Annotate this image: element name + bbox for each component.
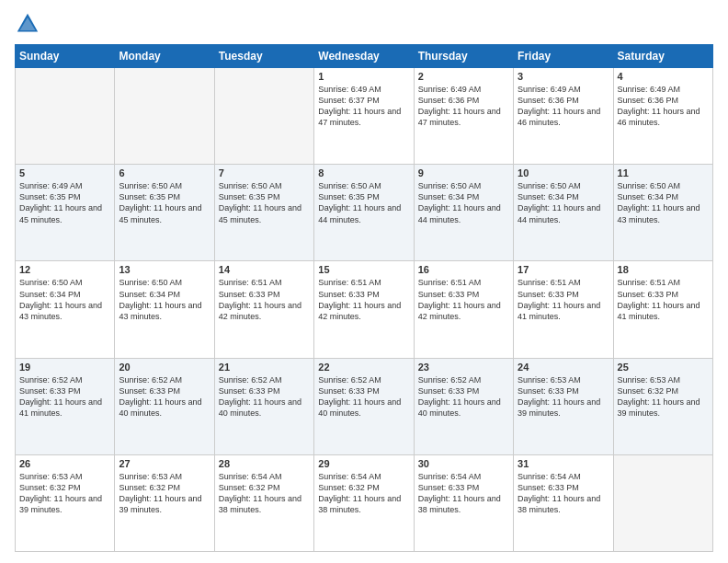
day-info: Sunrise: 6:50 AM Sunset: 6:35 PM Dayligh… [219, 180, 310, 225]
day-info: Sunrise: 6:52 AM Sunset: 6:33 PM Dayligh… [318, 374, 409, 419]
calendar-cell: 30Sunrise: 6:54 AM Sunset: 6:33 PM Dayli… [414, 454, 513, 551]
calendar-cell [115, 68, 214, 165]
calendar-cell [613, 454, 712, 551]
calendar-cell: 22Sunrise: 6:52 AM Sunset: 6:33 PM Dayli… [314, 358, 414, 454]
calendar-cell: 8Sunrise: 6:50 AM Sunset: 6:35 PM Daylig… [314, 165, 414, 261]
day-info: Sunrise: 6:54 AM Sunset: 6:33 PM Dayligh… [418, 471, 509, 516]
calendar-cell: 28Sunrise: 6:54 AM Sunset: 6:32 PM Dayli… [214, 454, 313, 551]
day-number: 26 [19, 458, 110, 469]
day-number: 30 [418, 458, 509, 469]
day-number: 7 [219, 167, 310, 178]
day-number: 19 [19, 362, 110, 373]
weekday-header-saturday: Saturday [613, 45, 712, 68]
day-info: Sunrise: 6:52 AM Sunset: 6:33 PM Dayligh… [219, 374, 310, 419]
day-number: 27 [119, 458, 210, 469]
calendar-table: SundayMondayTuesdayWednesdayThursdayFrid… [15, 44, 713, 552]
day-info: Sunrise: 6:50 AM Sunset: 6:35 PM Dayligh… [119, 180, 210, 225]
header [15, 11, 713, 37]
day-info: Sunrise: 6:50 AM Sunset: 6:35 PM Dayligh… [318, 180, 409, 225]
calendar-cell: 29Sunrise: 6:54 AM Sunset: 6:32 PM Dayli… [314, 454, 414, 551]
day-number: 22 [318, 362, 409, 373]
calendar-cell: 1Sunrise: 6:49 AM Sunset: 6:37 PM Daylig… [314, 68, 414, 165]
day-info: Sunrise: 6:51 AM Sunset: 6:33 PM Dayligh… [418, 277, 509, 322]
calendar-cell: 25Sunrise: 6:53 AM Sunset: 6:32 PM Dayli… [613, 358, 712, 454]
calendar-cell: 3Sunrise: 6:49 AM Sunset: 6:36 PM Daylig… [514, 68, 613, 165]
day-info: Sunrise: 6:49 AM Sunset: 6:36 PM Dayligh… [418, 84, 509, 129]
week-row-5: 26Sunrise: 6:53 AM Sunset: 6:32 PM Dayli… [16, 454, 713, 551]
day-number: 17 [518, 264, 609, 275]
day-number: 5 [19, 167, 110, 178]
calendar-cell: 5Sunrise: 6:49 AM Sunset: 6:35 PM Daylig… [16, 165, 115, 261]
weekday-header-friday: Friday [514, 45, 613, 68]
calendar-cell [16, 68, 115, 165]
calendar-cell: 6Sunrise: 6:50 AM Sunset: 6:35 PM Daylig… [115, 165, 214, 261]
calendar-cell: 20Sunrise: 6:52 AM Sunset: 6:33 PM Dayli… [115, 358, 214, 454]
day-info: Sunrise: 6:51 AM Sunset: 6:33 PM Dayligh… [318, 277, 409, 322]
day-number: 8 [318, 167, 409, 178]
day-number: 12 [19, 264, 110, 275]
logo [15, 11, 44, 37]
day-info: Sunrise: 6:49 AM Sunset: 6:37 PM Dayligh… [318, 84, 409, 129]
day-info: Sunrise: 6:49 AM Sunset: 6:36 PM Dayligh… [518, 84, 609, 129]
calendar-cell: 14Sunrise: 6:51 AM Sunset: 6:33 PM Dayli… [214, 261, 313, 358]
weekday-header-thursday: Thursday [414, 45, 513, 68]
day-number: 14 [219, 264, 310, 275]
weekday-header-sunday: Sunday [16, 45, 115, 68]
calendar-cell: 9Sunrise: 6:50 AM Sunset: 6:34 PM Daylig… [414, 165, 513, 261]
calendar-cell: 11Sunrise: 6:50 AM Sunset: 6:34 PM Dayli… [613, 165, 712, 261]
day-number: 31 [518, 458, 609, 469]
day-info: Sunrise: 6:51 AM Sunset: 6:33 PM Dayligh… [518, 277, 609, 322]
day-info: Sunrise: 6:50 AM Sunset: 6:34 PM Dayligh… [418, 180, 509, 225]
day-number: 20 [119, 362, 210, 373]
calendar-cell: 17Sunrise: 6:51 AM Sunset: 6:33 PM Dayli… [514, 261, 613, 358]
calendar-cell: 18Sunrise: 6:51 AM Sunset: 6:33 PM Dayli… [613, 261, 712, 358]
day-info: Sunrise: 6:49 AM Sunset: 6:36 PM Dayligh… [618, 84, 709, 129]
week-row-1: 1Sunrise: 6:49 AM Sunset: 6:37 PM Daylig… [16, 68, 713, 165]
calendar-cell: 21Sunrise: 6:52 AM Sunset: 6:33 PM Dayli… [214, 358, 313, 454]
day-info: Sunrise: 6:53 AM Sunset: 6:32 PM Dayligh… [119, 471, 210, 516]
day-number: 16 [418, 264, 509, 275]
day-info: Sunrise: 6:53 AM Sunset: 6:32 PM Dayligh… [618, 374, 709, 419]
calendar-cell: 2Sunrise: 6:49 AM Sunset: 6:36 PM Daylig… [414, 68, 513, 165]
day-number: 25 [618, 362, 709, 373]
day-number: 21 [219, 362, 310, 373]
day-info: Sunrise: 6:52 AM Sunset: 6:33 PM Dayligh… [119, 374, 210, 419]
day-number: 9 [418, 167, 509, 178]
day-info: Sunrise: 6:52 AM Sunset: 6:33 PM Dayligh… [19, 374, 110, 419]
calendar-cell: 26Sunrise: 6:53 AM Sunset: 6:32 PM Dayli… [16, 454, 115, 551]
day-info: Sunrise: 6:51 AM Sunset: 6:33 PM Dayligh… [219, 277, 310, 322]
week-row-4: 19Sunrise: 6:52 AM Sunset: 6:33 PM Dayli… [16, 358, 713, 454]
day-number: 15 [318, 264, 409, 275]
calendar-cell: 24Sunrise: 6:53 AM Sunset: 6:33 PM Dayli… [514, 358, 613, 454]
day-number: 10 [518, 167, 609, 178]
day-number: 6 [119, 167, 210, 178]
day-number: 2 [418, 71, 509, 82]
day-number: 24 [518, 362, 609, 373]
calendar-cell: 16Sunrise: 6:51 AM Sunset: 6:33 PM Dayli… [414, 261, 513, 358]
day-number: 29 [318, 458, 409, 469]
calendar-cell: 13Sunrise: 6:50 AM Sunset: 6:34 PM Dayli… [115, 261, 214, 358]
week-row-2: 5Sunrise: 6:49 AM Sunset: 6:35 PM Daylig… [16, 165, 713, 261]
weekday-header-wednesday: Wednesday [314, 45, 414, 68]
calendar-cell: 15Sunrise: 6:51 AM Sunset: 6:33 PM Dayli… [314, 261, 414, 358]
day-info: Sunrise: 6:54 AM Sunset: 6:33 PM Dayligh… [518, 471, 609, 516]
calendar-cell: 4Sunrise: 6:49 AM Sunset: 6:36 PM Daylig… [613, 68, 712, 165]
day-info: Sunrise: 6:54 AM Sunset: 6:32 PM Dayligh… [318, 471, 409, 516]
day-number: 3 [518, 71, 609, 82]
week-row-3: 12Sunrise: 6:50 AM Sunset: 6:34 PM Dayli… [16, 261, 713, 358]
calendar-cell: 31Sunrise: 6:54 AM Sunset: 6:33 PM Dayli… [514, 454, 613, 551]
day-info: Sunrise: 6:51 AM Sunset: 6:33 PM Dayligh… [618, 277, 709, 322]
day-info: Sunrise: 6:53 AM Sunset: 6:33 PM Dayligh… [518, 374, 609, 419]
day-info: Sunrise: 6:50 AM Sunset: 6:34 PM Dayligh… [518, 180, 609, 225]
day-info: Sunrise: 6:52 AM Sunset: 6:33 PM Dayligh… [418, 374, 509, 419]
calendar-cell [214, 68, 313, 165]
weekday-header-monday: Monday [115, 45, 214, 68]
day-number: 1 [318, 71, 409, 82]
calendar-cell: 12Sunrise: 6:50 AM Sunset: 6:34 PM Dayli… [16, 261, 115, 358]
day-number: 13 [119, 264, 210, 275]
day-number: 28 [219, 458, 310, 469]
calendar-cell: 23Sunrise: 6:52 AM Sunset: 6:33 PM Dayli… [414, 358, 513, 454]
day-info: Sunrise: 6:50 AM Sunset: 6:34 PM Dayligh… [618, 180, 709, 225]
calendar-cell: 7Sunrise: 6:50 AM Sunset: 6:35 PM Daylig… [214, 165, 313, 261]
day-number: 11 [618, 167, 709, 178]
